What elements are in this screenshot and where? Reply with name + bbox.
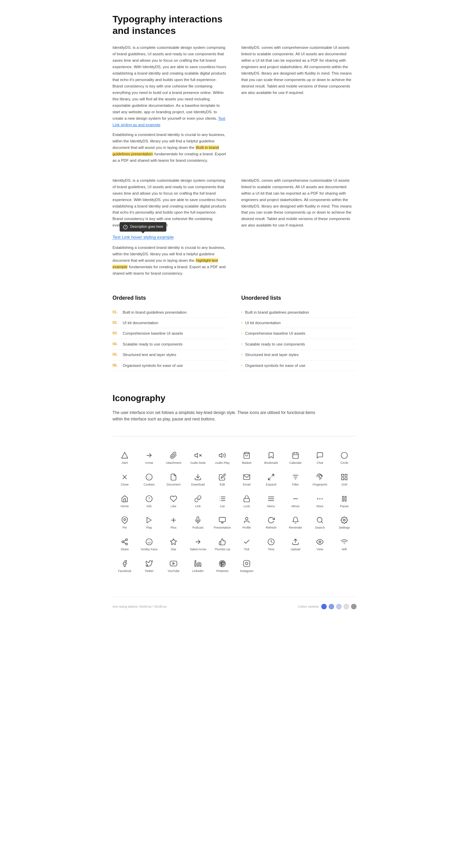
icon-item-youtube: YouTube <box>161 555 186 576</box>
icon-label-circle: Circle <box>340 461 348 465</box>
twitter-icon <box>145 559 153 568</box>
icon-item-upload: Upload <box>283 533 308 555</box>
list-item: ›Comprehensive baseline UI assets <box>241 328 356 339</box>
icon-item-link: Link <box>186 490 210 512</box>
search-icon <box>316 516 324 524</box>
icon-label-alert: Alert <box>122 461 128 465</box>
cookies-icon <box>145 473 153 481</box>
svg-rect-36 <box>244 498 250 502</box>
tooltip-icon <box>123 225 128 230</box>
svg-marker-66 <box>170 539 177 545</box>
refresh-icon <box>267 516 275 524</box>
tailed-arrow-icon <box>194 538 202 546</box>
typography-col2b-p1: IdentityDS. comes with comprehensive cus… <box>241 177 356 229</box>
ordered-list: 01.Built in brand guidelines presentatio… <box>113 307 228 371</box>
typography-col1b-p1: IdentityDS. is a complete customisable d… <box>113 177 228 229</box>
star-icon <box>169 538 178 546</box>
svg-marker-72 <box>173 563 175 565</box>
color-variants-label: Colour variants <box>298 604 319 609</box>
icon-label-audio-mute: Audio Mute <box>190 461 206 465</box>
icon-label-basket: Basket <box>242 461 251 465</box>
svg-point-58 <box>126 539 128 541</box>
icon-item-smiley: Smiley Face <box>137 533 161 555</box>
link-icon <box>194 495 202 503</box>
svg-line-62 <box>124 540 126 541</box>
typography-columns-2: IdentityDS. is a complete customisable d… <box>113 177 356 280</box>
text-link-hover[interactable]: Text Link hover styling example <box>113 235 174 240</box>
icon-item-pinterest: Pinterest <box>210 555 234 576</box>
svg-line-56 <box>321 522 323 523</box>
svg-point-54 <box>245 517 248 520</box>
audio-play-icon <box>218 451 226 459</box>
podcast-icon <box>194 516 202 524</box>
iconography-description: The user interface icon set follows a si… <box>113 410 323 422</box>
icon-item-linkedin: LinkedIn <box>186 555 210 576</box>
text-link-1[interactable]: Text Link styling as and example <box>113 116 225 127</box>
reminder-icon <box>291 516 300 524</box>
unordered-list: ›Built in brand guidelines presentation … <box>241 307 356 371</box>
icon-item-share: Share <box>113 533 137 555</box>
list-item: 05.Structured text and layer styles <box>113 350 228 360</box>
svg-rect-24 <box>345 474 347 476</box>
icon-label-more: More <box>317 505 324 508</box>
attachment-icon <box>169 451 178 459</box>
footer: Icon sizing options: 50x50 px / 35x35 px… <box>113 597 356 609</box>
icon-item-pin: Pin <box>113 511 137 533</box>
arrow-icon <box>145 451 153 459</box>
more-icon <box>316 495 324 503</box>
icon-label-attachment: Attachment <box>166 461 181 465</box>
edit-icon <box>218 473 226 481</box>
icon-label-email: Email <box>243 483 251 487</box>
view-icon <box>316 538 324 546</box>
svg-rect-9 <box>293 453 299 459</box>
icon-label-audio-play: Audio Play <box>215 461 229 465</box>
typography-columns-1: IdentityDS. is a complete customisable d… <box>113 44 356 167</box>
tooltip-text: Description goes here <box>130 225 163 229</box>
chat-icon <box>316 451 324 459</box>
icon-item-time: Time <box>259 533 283 555</box>
icon-item-calendar: Calendar <box>283 447 308 468</box>
circle-icon <box>340 451 348 459</box>
icon-item-fingerprint: Fingerprint <box>308 468 332 490</box>
color-circles <box>321 604 356 609</box>
icon-label-fingerprint: Fingerprint <box>312 483 327 487</box>
svg-point-41 <box>320 498 320 499</box>
icon-item-tailed-arrow: Tailed Arrow <box>186 533 210 555</box>
fingerprint-icon <box>316 473 324 481</box>
icon-label-instagram: Instagram <box>240 569 253 573</box>
icon-item-tick: Tick <box>234 533 259 555</box>
svg-line-19 <box>268 478 270 480</box>
svg-point-59 <box>122 541 124 543</box>
icon-label-facebook: Facebook <box>118 569 131 573</box>
icon-item-instagram: Instagram <box>234 555 259 576</box>
plus-icon <box>169 516 178 524</box>
icon-label-minus: Minus <box>291 505 300 508</box>
color-circle-4 <box>351 604 356 609</box>
icon-label-share: Share <box>121 548 129 551</box>
icon-label-pin: Pin <box>122 526 127 530</box>
icon-item-audio-play: Audio Play <box>210 447 234 468</box>
icon-label-thumbs-up: Thumbs Up <box>215 548 230 551</box>
svg-rect-44 <box>343 496 344 501</box>
ordered-list-container: Ordered lists 01.Built in brand guidelin… <box>113 294 228 371</box>
typography-col1-p1: IdentityDS. is a complete customisable d… <box>113 44 228 128</box>
icon-label-reminder: Reminder <box>289 526 302 530</box>
svg-point-13 <box>341 452 347 458</box>
like-icon <box>169 495 178 503</box>
icon-label-pinterest: Pinterest <box>216 569 228 573</box>
alert-icon <box>121 451 129 459</box>
icon-label-menu: Menu <box>267 505 275 508</box>
time-icon <box>267 538 275 546</box>
icon-item-expand: Expand <box>259 468 283 490</box>
upload-icon <box>291 538 300 546</box>
wifi-icon <box>340 538 348 546</box>
icon-item-grid: Grid <box>332 468 356 490</box>
icon-item-bookmark: Bookmark <box>259 447 283 468</box>
svg-point-60 <box>126 543 128 545</box>
icon-label-like: Like <box>171 505 177 508</box>
menu-icon <box>267 495 275 503</box>
list-item: ›UI kit documentation <box>241 318 356 328</box>
svg-marker-4 <box>195 453 198 458</box>
icon-item-edit: Edit <box>210 468 234 490</box>
typography-col1-p2: Establishing a consistent brand identity… <box>113 132 228 164</box>
